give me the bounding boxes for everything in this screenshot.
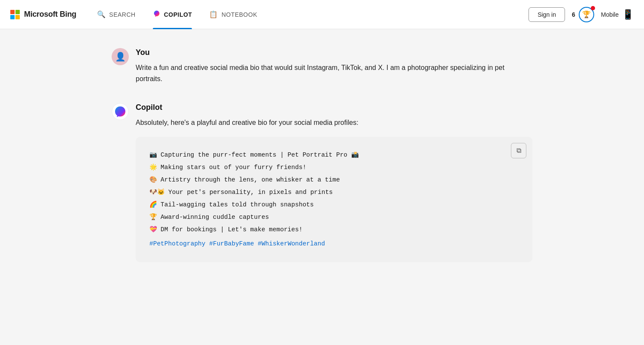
bio-text-3: Artistry through the lens, one whisker a… — [161, 174, 340, 186]
ms-square-yellow — [15, 15, 20, 19]
bio-line-1: 📷 Capturing the purr-fect moments | Pet … — [149, 149, 519, 161]
tab-notebook[interactable]: 📋 NOTEBOOK — [202, 0, 264, 29]
bio-line-6: 🏆 Award-winning cuddle captures — [149, 211, 519, 224]
user-avatar: 👤 — [112, 48, 129, 65]
tab-notebook-label: NOTEBOOK — [222, 11, 257, 18]
bio-text-2: Making stars out of your furry friends! — [161, 161, 306, 174]
bio-text-1: Capturing the purr-fect moments | Pet Po… — [161, 149, 359, 161]
tab-copilot-label: COPILOT — [164, 11, 192, 18]
header-right: Sign in 6 🏆 Mobile 📱 — [529, 7, 634, 22]
main-content: 👤 You Write a fun and creative social me… — [86, 29, 558, 297]
bio-emoji-2: 🌟 — [149, 161, 157, 174]
rewards-wrapper: 🏆 — [579, 7, 594, 22]
notification-dot — [591, 6, 595, 10]
tab-search[interactable]: 🔍 SEARCH — [90, 0, 143, 29]
bio-line-7: 💝 DM for bookings | Let's make memories! — [149, 224, 519, 236]
user-message-block: 👤 You Write a fun and creative social me… — [112, 46, 532, 84]
header-left: Microsoft Bing 🔍 SEARCH — [10, 0, 264, 29]
mobile-icon: 📱 — [622, 9, 634, 20]
bing-logo[interactable]: Microsoft Bing — [10, 10, 76, 19]
copilot-sender-name: Copilot — [136, 103, 532, 112]
copilot-message-content: Copilot Absolutely, here's a playful and… — [136, 101, 532, 262]
bio-text-7: DM for bookings | Let's make memories! — [161, 224, 303, 236]
search-icon: 🔍 — [97, 10, 106, 18]
ms-square-green — [15, 10, 20, 14]
bing-logo-squares — [10, 10, 20, 19]
copilot-avatar — [112, 103, 129, 120]
header: Microsoft Bing 🔍 SEARCH — [0, 0, 644, 29]
sign-in-button[interactable]: Sign in — [529, 7, 565, 22]
bio-emoji-4: 🐶🐱 — [149, 186, 165, 199]
user-message-content: You Write a fun and creative social medi… — [136, 46, 532, 84]
user-avatar-icon: 👤 — [115, 51, 126, 62]
ms-square-red — [10, 10, 15, 14]
hashtags: #PetPhotography #FurBabyFame #WhiskerWon… — [149, 238, 519, 250]
copy-icon: ⧉ — [516, 147, 521, 154]
bio-line-5: 🌈 Tail-wagging tales told through snapsh… — [149, 199, 519, 211]
bio-line-4: 🐶🐱 Your pet's personality, in pixels and… — [149, 186, 519, 199]
copilot-logo-icon — [112, 103, 129, 120]
bio-line-3: 🎨 Artistry through the lens, one whisker… — [149, 174, 519, 186]
bio-emoji-7: 💝 — [149, 224, 157, 236]
ms-square-blue — [10, 15, 15, 19]
copilot-nav-icon — [153, 10, 161, 19]
bio-emoji-6: 🏆 — [149, 211, 157, 224]
user-sender-name: You — [136, 48, 532, 57]
tab-copilot[interactable]: COPILOT — [146, 0, 199, 29]
copy-button[interactable]: ⧉ — [511, 143, 526, 158]
bio-emoji-3: 🎨 — [149, 174, 157, 186]
rewards-count: 6 — [572, 11, 575, 18]
bio-text-6: Award-winning cuddle captures — [161, 211, 269, 224]
nav-tabs: 🔍 SEARCH — [90, 0, 264, 29]
bio-text-5: Tail-wagging tales told through snapshot… — [161, 199, 314, 211]
user-message-text: Write a fun and creative social media bi… — [136, 62, 532, 84]
tab-search-label: SEARCH — [109, 11, 135, 18]
mobile-section[interactable]: Mobile 📱 — [601, 9, 634, 20]
bio-code-block: ⧉ 📷 Capturing the purr-fect moments | Pe… — [136, 137, 532, 262]
bing-logo-text: Microsoft Bing — [24, 10, 76, 19]
notebook-icon: 📋 — [209, 10, 218, 18]
rewards-section[interactable]: 6 🏆 — [572, 7, 594, 22]
bio-text-4: Your pet's personality, in pixels and pr… — [168, 186, 333, 199]
bio-emoji-5: 🌈 — [149, 199, 157, 211]
copilot-message-block: Copilot Absolutely, here's a playful and… — [112, 101, 532, 262]
bio-line-2: 🌟 Making stars out of your furry friends… — [149, 161, 519, 174]
mobile-label: Mobile — [601, 11, 619, 18]
bio-emoji-1: 📷 — [149, 149, 157, 161]
copilot-intro-text: Absolutely, here's a playful and creativ… — [136, 117, 532, 128]
